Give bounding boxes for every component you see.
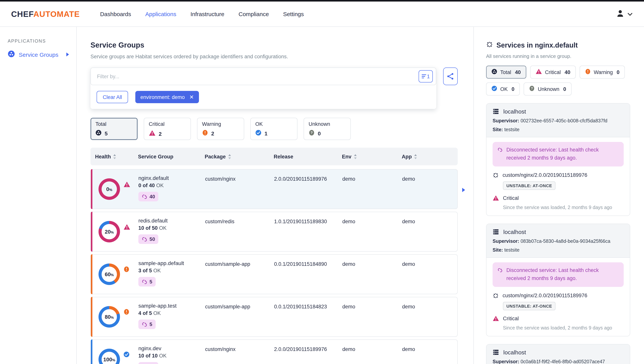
column-header-env[interactable]: Env <box>342 154 402 159</box>
tile-label: Unknown <box>308 121 346 127</box>
critical-icon <box>535 68 542 75</box>
nav-item-infrastructure[interactable]: Infrastructure <box>190 11 224 17</box>
clear-all-button[interactable]: Clear All <box>96 91 128 103</box>
unknown-icon: ? <box>308 130 315 136</box>
panel-filter-ok[interactable]: OK 0 <box>486 83 520 96</box>
sidebar-item-service-groups[interactable]: Service Groups <box>0 50 76 59</box>
warning-icon <box>202 130 208 137</box>
ok-count: 4 of 5 OK <box>138 310 205 316</box>
filter-input-row: 1 <box>90 68 436 85</box>
table-header: HealthService GroupPackageReleaseEnvApp <box>90 148 458 165</box>
health-status-note: Since the service was loaded, 2 months 9… <box>503 205 624 210</box>
critical-icon <box>149 130 156 137</box>
service-group-row-nginx-dev[interactable]: 100% nginx.dev 10 of 10 OK 10 custom/ngi… <box>90 339 458 364</box>
main-content: Service Groups Service groups are Habita… <box>77 27 474 364</box>
service-group-row-sample-app-test[interactable]: 80% sample-app.test 4 of 5 OK 5 custom/s… <box>90 297 458 337</box>
panel-filter-label: Warning <box>594 69 613 75</box>
service-group-row-nginx-default[interactable]: 0% nginx.default 0 of 40 OK 40 custom/ng… <box>90 169 458 209</box>
sort-icon[interactable] <box>228 154 231 159</box>
disconnected-alert-text: Disconnected service: Last health check … <box>506 146 619 162</box>
tile-count: 5 <box>105 130 108 137</box>
panel-filter-warning[interactable]: Warning 0 <box>580 66 625 79</box>
column-header-app[interactable]: App <box>402 154 453 159</box>
nav-item-applications[interactable]: Applications <box>145 11 176 17</box>
critical-icon <box>535 68 542 76</box>
service-groups-icon <box>8 50 15 59</box>
service-card-body: Disconnected service: Last health check … <box>486 258 630 336</box>
panel-filter-unknown[interactable]: ? Unknown 0 <box>524 83 572 96</box>
filter-count-button[interactable]: 1 <box>418 70 433 83</box>
filter-chip[interactable]: environment: demo ✕ <box>136 91 199 103</box>
panel-filter-label: OK <box>500 86 508 92</box>
nav-item-settings[interactable]: Settings <box>283 11 304 17</box>
brand-logo[interactable]: CHEFAUTOMATE <box>11 10 80 19</box>
row-app: demo <box>402 255 453 294</box>
top-strip <box>0 0 644 2</box>
tile-total[interactable]: Total 5 <box>90 118 138 140</box>
row-env: demo <box>342 212 402 251</box>
row-health-cell: 100% <box>96 340 138 364</box>
unknown-icon: ? <box>529 86 535 91</box>
column-header-health[interactable]: Health <box>95 154 138 159</box>
health-percent: 20% <box>105 229 114 235</box>
server-icon <box>492 229 499 235</box>
health-status-row: Critical <box>492 315 624 322</box>
tile-warning[interactable]: Warning 2 <box>197 118 244 140</box>
nav-item-dashboards[interactable]: Dashboards <box>100 11 131 17</box>
service-group-row-sample-app-default[interactable]: 60% sample-app.default 3 of 5 OK 5 custo… <box>90 254 458 294</box>
service-group-rows: 0% nginx.default 0 of 40 OK 40 custom/ng… <box>90 169 458 364</box>
nav-item-compliance[interactable]: Compliance <box>238 11 269 17</box>
health-status-note: Since the service was loaded, 2 months 9… <box>503 325 624 330</box>
tile-count: 0 <box>318 130 321 137</box>
disconnected-count: 5 <box>150 279 152 285</box>
warning-icon <box>202 130 208 136</box>
panel-filter-critical[interactable]: Critical 40 <box>530 66 576 79</box>
filter-lines-icon: 1 <box>421 73 430 80</box>
panel-filter-total[interactable]: Total 40 <box>486 66 526 79</box>
filter-input[interactable] <box>91 74 418 79</box>
package-id: custom/nginx/2.0.0/20190115189976 <box>502 293 587 298</box>
health-percent: 60% <box>105 271 114 277</box>
disconnected-icon <box>498 267 502 274</box>
selected-row-arrow[interactable] <box>462 187 465 194</box>
service-groups-icon <box>8 50 15 58</box>
tile-critical[interactable]: Critical 2 <box>144 118 191 140</box>
row-service-group-cell: nginx.dev 10 of 10 OK 10 <box>138 340 205 364</box>
site-line: Site: testsite <box>492 247 624 253</box>
row-service-group-cell: sample-app.default 3 of 5 OK 5 <box>138 255 205 294</box>
row-app: demo <box>402 340 453 364</box>
disconnected-badge: 10 <box>138 362 158 364</box>
service-card-header: localhost Supervisor: 0c0a6b1f-f9f2-4fe6… <box>486 344 630 364</box>
filter-card: 1 Clear All environment: demo ✕ <box>90 68 436 109</box>
user-menu[interactable] <box>616 9 632 19</box>
row-release: 0.0.1/20190115184890 <box>274 255 342 294</box>
sort-icon[interactable] <box>113 154 116 159</box>
tile-ok[interactable]: OK 1 <box>250 118 298 140</box>
services-grid-icon <box>486 41 493 48</box>
services-panel: Services in nginx.default All services r… <box>474 27 644 364</box>
sort-icon[interactable] <box>414 154 417 159</box>
disconnected-icon <box>142 279 147 284</box>
health-donut: 0% <box>98 178 120 200</box>
row-status-icon <box>124 309 130 336</box>
disconnected-count: 50 <box>150 236 155 242</box>
host-name: localhost <box>503 229 526 235</box>
expand-arrow-icon[interactable] <box>462 188 465 193</box>
service-group-name: nginx.dev <box>138 345 205 351</box>
service-group-row-redis-default[interactable]: 20% redis.default 10 of 50 OK 50 custom/… <box>90 212 458 252</box>
share-button[interactable] <box>443 68 458 85</box>
warning-icon <box>124 309 130 315</box>
column-header-package[interactable]: Package <box>205 154 274 159</box>
chip-close-icon[interactable]: ✕ <box>189 94 194 100</box>
sort-icon[interactable] <box>354 154 357 159</box>
row-status-accent <box>91 297 92 337</box>
chevron-right-icon <box>66 51 70 58</box>
column-header-release: Release <box>274 154 342 159</box>
sidebar-section-label: APPLICATIONS <box>0 38 76 44</box>
health-status-label: Critical <box>503 315 519 321</box>
warning-icon <box>585 69 591 76</box>
tile-unknown[interactable]: Unknown ? 0 <box>304 118 351 140</box>
service-group-name: redis.default <box>138 217 205 224</box>
column-label: Release <box>274 154 293 159</box>
row-env: demo <box>342 170 402 209</box>
